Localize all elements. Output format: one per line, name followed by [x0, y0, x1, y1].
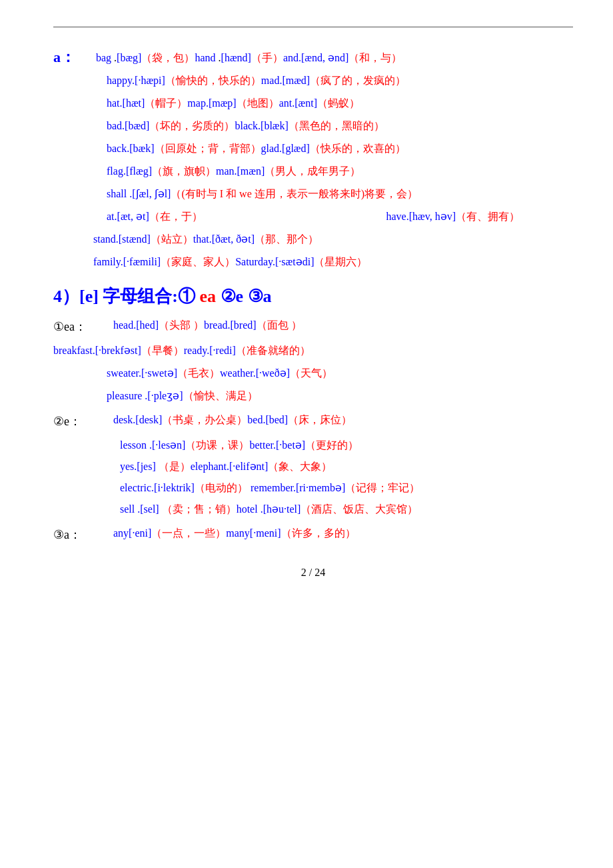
- line-shall: shall .[ʃæl, ʃəl]（(有时与 I 和 we 连用，表示一般将来时…: [107, 183, 573, 205]
- line-hat: hat.[hæt]（帽子）map.[mæp]（地图）ant.[ænt]（蚂蚁）: [107, 93, 573, 114]
- sub-label-ea: ①ea：: [53, 315, 113, 339]
- line-family: family.[·fæmili]（家庭、家人）Saturday.[·sætədi…: [93, 251, 573, 273]
- line-stand: stand.[stænd]（站立）that.[ðæt, ðət]（那、那个）: [93, 229, 573, 250]
- line-happy: happy.[·hæpi]（愉快的，快乐的）mad.[mæd]（疯了的，发疯的）: [107, 70, 573, 91]
- page-number: 2 / 24: [301, 567, 325, 578]
- page-footer: 2 / 24: [53, 567, 573, 579]
- line-pleasure: pleasure .[·pleʒə]（愉快、满足）: [107, 385, 573, 407]
- top-divider: [53, 27, 573, 27]
- sub-content-ea: head.[hed]（头部 ）bread.[bred]（面包 ）: [113, 315, 573, 336]
- sub-entry-e: ②e： desk.[desk]（书桌，办公桌）bed.[bed]（床，床位）: [53, 409, 573, 433]
- word-have: have.[hæv, həv]（有、拥有）: [386, 206, 520, 227]
- line-electric: electric.[i·lektrik]（电动的） remember.[ri·m…: [120, 477, 573, 499]
- sub-entry-ea: ①ea： head.[hed]（头部 ）bread.[bred]（面包 ）: [53, 315, 573, 339]
- line-yes: yes.[jes] （是）elephant.[·elifənt]（象、大象）: [120, 456, 573, 477]
- line-sweater: sweater.[·swetə]（毛衣）weather.[·weðə]（天气）: [107, 363, 573, 384]
- sub-content-e: desk.[desk]（书桌，办公桌）bed.[bed]（床，床位）: [113, 409, 573, 431]
- sub-entry-a3: ③a： any[·eni]（一点，一些）many[·meni]（许多，多的）: [53, 523, 573, 547]
- line-back: back.[bæk]（回原处；背，背部）glad.[glæd]（快乐的，欢喜的）: [107, 138, 573, 159]
- line-lesson: lesson .[·lesən]（功课，课）better.[·betə]（更好的…: [120, 435, 573, 456]
- section-a: a： bag .[bæg]（袋，包）hand .[hænd]（手）and.[æn…: [53, 47, 573, 273]
- line-at-have: at.[æt, ət]（在，于） have.[hæv, həv]（有、拥有）: [107, 206, 573, 227]
- line-breakfast: breakfast.[·brekfəst]（早餐）ready.[·redi]（准…: [53, 340, 573, 361]
- line-flag: flag.[flæg]（旗，旗帜）man.[mæn]（男人，成年男子）: [107, 161, 573, 182]
- sub-label-a3: ③a：: [53, 523, 113, 547]
- line-bad: bad.[bæd]（坏的，劣质的）black.[blæk]（黑色的，黑暗的）: [107, 115, 573, 137]
- sub-content-a3: any[·eni]（一点，一些）many[·meni]（许多，多的）: [113, 523, 573, 544]
- sub-label-e: ②e：: [53, 409, 113, 433]
- line-sell: sell .[sel] （卖；售；销）hotel .[həu·tel]（酒店、饭…: [120, 499, 573, 520]
- entry-a-content: bag .[bæg]（袋，包）hand .[hænd]（手）and.[ænd, …: [96, 47, 573, 69]
- word-bag: bag: [96, 52, 114, 63]
- entry-a: a： bag .[bæg]（袋，包）hand .[hænd]（手）and.[æn…: [53, 47, 573, 69]
- entry-a-label: a：: [53, 47, 93, 67]
- section4-heading: 4）[e] 字母组合:① ea ②e ③a: [53, 283, 573, 309]
- word-at: at.[æt, ət]（在，于）: [107, 206, 203, 227]
